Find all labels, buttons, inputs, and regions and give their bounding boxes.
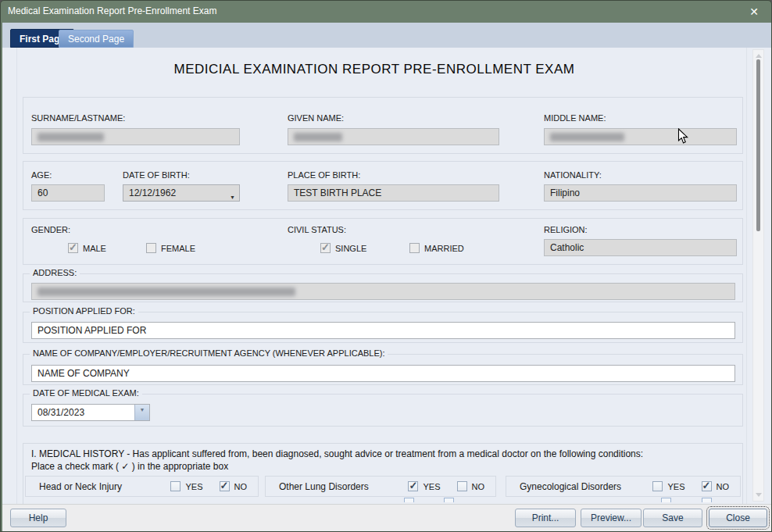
dialog-window: Medical Examination Report Pre-Enrollmen… bbox=[0, 0, 772, 532]
dob-combobox[interactable]: 12/12/1962 ▼ bbox=[123, 184, 240, 202]
religion-label: RELIGION: bbox=[544, 225, 588, 234]
tab-second-page[interactable]: Second Page bbox=[59, 30, 134, 48]
age-input: 60 bbox=[31, 184, 105, 202]
medical-history-instruction: Place a check mark ( ✓ ) in the appropri… bbox=[31, 461, 228, 472]
scroll-up-arrow-icon[interactable] bbox=[756, 54, 762, 58]
yes-label: YES bbox=[423, 482, 440, 491]
condition-name: Gynecological Disorders bbox=[520, 481, 621, 492]
titlebar[interactable]: Medical Examination Report Pre-Enrollmen… bbox=[1, 1, 771, 23]
dob-label: DATE OF BIRTH: bbox=[123, 170, 190, 180]
group-exam-date: DATE OF MEDICAL EXAM: 08/31/2023 ▼ bbox=[23, 394, 743, 427]
redacted-value bbox=[294, 133, 342, 141]
group-address: ADDRESS: bbox=[23, 273, 743, 302]
single-checkbox bbox=[320, 243, 331, 253]
group-company: NAME OF COMPANY/EMPLOYER/RECRUITMENT AGE… bbox=[23, 354, 743, 385]
civil-married-option: MARRIED bbox=[409, 243, 464, 253]
partial-checkbox[interactable] bbox=[404, 498, 414, 502]
surname-input bbox=[31, 128, 240, 145]
condition-name: Head or Neck Injury bbox=[39, 481, 122, 492]
condition-head-or-neck-injury: Head or Neck Injury YES NO bbox=[25, 476, 259, 497]
button-bar: Help Print... Preview... Save Close bbox=[2, 504, 771, 531]
tab-bar: First Page Second Page bbox=[2, 23, 771, 48]
exam-date-combobox[interactable]: 08/31/2023 ▼ bbox=[31, 404, 150, 421]
civil-status-label: CIVIL STATUS: bbox=[288, 225, 346, 234]
company-label: NAME OF COMPANY/EMPLOYER/RECRUITMENT AGE… bbox=[30, 348, 388, 358]
female-checkbox bbox=[146, 243, 156, 253]
group-position: POSITION APPLIED FOR: POSITION APPLIED F… bbox=[23, 312, 743, 343]
gender-male-option: MALE bbox=[68, 243, 106, 253]
redacted-value bbox=[38, 133, 104, 141]
nationality-label: NATIONALITY: bbox=[544, 170, 602, 180]
given-name-label: GIVEN NAME: bbox=[288, 113, 344, 123]
scroll-down-arrow-icon[interactable] bbox=[756, 493, 762, 497]
lung-yes-checkbox[interactable] bbox=[408, 481, 418, 491]
male-checkbox bbox=[68, 243, 78, 253]
redacted-value bbox=[550, 133, 624, 141]
partial-checkbox[interactable] bbox=[444, 498, 454, 502]
yes-label: YES bbox=[185, 482, 202, 491]
gender-female-option: FEMALE bbox=[146, 243, 195, 253]
no-label: NO bbox=[472, 482, 485, 491]
single-label: SINGLE bbox=[335, 244, 366, 253]
position-input[interactable]: POSITION APPLIED FOR bbox=[31, 322, 735, 339]
group-status: GENDER: MALE FEMALE CIVIL STATUS: SINGLE… bbox=[23, 218, 743, 265]
window-title: Medical Examination Report Pre-Enrollmen… bbox=[8, 5, 216, 16]
help-button[interactable]: Help bbox=[10, 509, 66, 527]
no-label: NO bbox=[717, 482, 730, 491]
position-label: POSITION APPLIED FOR: bbox=[30, 306, 138, 316]
lung-no-checkbox[interactable] bbox=[457, 481, 467, 491]
medical-history-heading: I. MEDICAL HISTORY - Has applicant suffe… bbox=[31, 448, 643, 459]
gyn-no-checkbox[interactable] bbox=[702, 481, 712, 491]
religion-input: Catholic bbox=[544, 239, 737, 256]
exam-date-value: 08/31/2023 bbox=[38, 405, 84, 420]
save-button[interactable]: Save bbox=[643, 509, 702, 527]
address-input bbox=[31, 283, 735, 300]
company-input[interactable]: NAME OF COMPANY bbox=[31, 365, 735, 382]
pob-label: PLACE OF BIRTH: bbox=[288, 170, 360, 180]
given-name-input bbox=[288, 128, 499, 145]
gyn-yes-checkbox[interactable] bbox=[652, 481, 663, 491]
condition-other-lung-disorders: Other Lung Disorders YES NO bbox=[265, 476, 496, 497]
head-neck-no-checkbox[interactable] bbox=[220, 481, 230, 491]
group-names: SURNAME/LASTNAME: GIVEN NAME: MIDDLE NAM… bbox=[23, 97, 743, 154]
form-title: MEDICIAL EXAMINATION REPORT PRE-ENROLLME… bbox=[2, 62, 746, 77]
dropdown-arrow-icon: ▼ bbox=[140, 407, 145, 412]
no-label: NO bbox=[234, 482, 248, 491]
vertical-scrollbar[interactable] bbox=[752, 49, 764, 502]
print-button[interactable]: Print... bbox=[515, 509, 576, 527]
middle-name-label: MIDDLE NAME: bbox=[544, 113, 606, 123]
married-checkbox bbox=[409, 243, 420, 253]
middle-name-input bbox=[544, 128, 737, 145]
panel-right-edge bbox=[746, 48, 747, 504]
yes-label: YES bbox=[667, 482, 684, 491]
condition-name: Other Lung Disorders bbox=[279, 481, 369, 492]
gender-label: GENDER: bbox=[31, 225, 70, 234]
preview-button[interactable]: Preview... bbox=[581, 509, 642, 527]
group-medical-history: I. MEDICAL HISTORY - Has applicant suffe… bbox=[23, 443, 743, 504]
close-button[interactable]: Close bbox=[709, 509, 767, 527]
group-personal: AGE: 60 DATE OF BIRTH: 12/12/1962 ▼ PLAC… bbox=[23, 161, 743, 210]
form-scroll-area: MEDICIAL EXAMINATION REPORT PRE-ENROLLME… bbox=[2, 48, 771, 504]
redacted-value bbox=[38, 287, 295, 296]
civil-single-option: SINGLE bbox=[320, 243, 366, 253]
address-label: ADDRESS: bbox=[30, 268, 80, 277]
panel-left-edge bbox=[16, 48, 17, 504]
close-icon[interactable]: ✕ bbox=[746, 4, 762, 20]
nationality-input: Filipino bbox=[544, 184, 737, 202]
condition-gynecological-disorders: Gynecological Disorders YES NO bbox=[506, 476, 741, 497]
partial-checkbox[interactable] bbox=[702, 498, 712, 502]
surname-label: SURNAME/LASTNAME: bbox=[31, 113, 125, 123]
female-label: FEMALE bbox=[161, 244, 195, 253]
dob-value: 12/12/1962 bbox=[129, 185, 176, 201]
head-neck-yes-checkbox[interactable] bbox=[170, 481, 180, 491]
exam-date-label: DATE OF MEDICAL EXAM: bbox=[30, 388, 142, 398]
married-label: MARRIED bbox=[424, 244, 464, 253]
dropdown-arrow-icon[interactable]: ▼ bbox=[230, 190, 235, 205]
pob-input: TEST BIRTH PLACE bbox=[288, 184, 499, 202]
age-label: AGE: bbox=[31, 170, 52, 180]
male-label: MALE bbox=[83, 244, 106, 253]
partial-checkbox[interactable] bbox=[661, 498, 671, 502]
scrollbar-thumb[interactable] bbox=[756, 59, 760, 231]
exam-date-dropdown-button[interactable]: ▼ bbox=[134, 405, 149, 420]
